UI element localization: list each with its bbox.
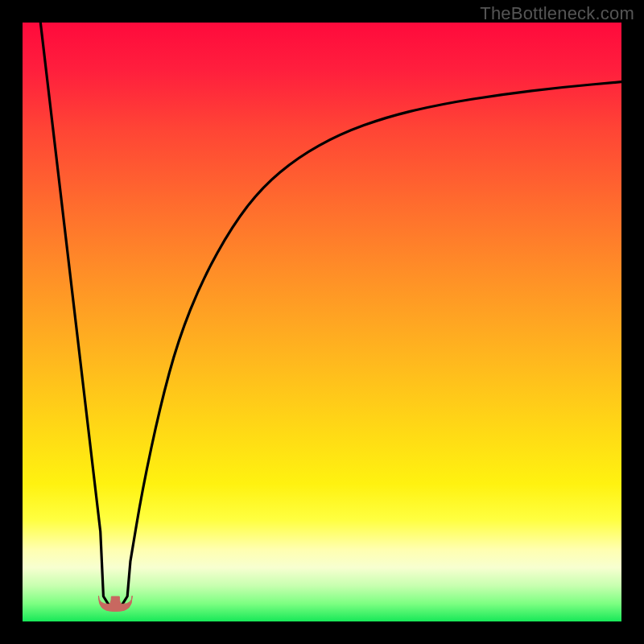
chart-svg	[23, 23, 621, 621]
watermark-text: TheBottleneck.com	[480, 3, 634, 24]
chart-frame: TheBottleneck.com	[0, 0, 644, 644]
plot-area	[23, 23, 621, 621]
bottleneck-curve	[40, 23, 621, 607]
